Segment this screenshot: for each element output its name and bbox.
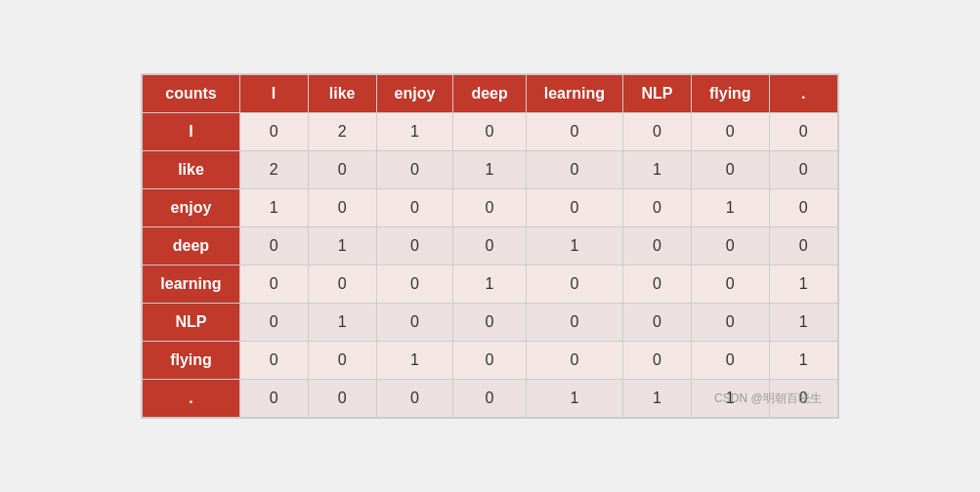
- col-header-enjoy: enjoy: [376, 75, 453, 113]
- cell-deep-I: 0: [239, 227, 308, 266]
- cell-enjoy-NLP: 0: [622, 189, 691, 227]
- cell-NLP-flying: 0: [691, 304, 769, 342]
- row-header-I: I: [143, 113, 239, 151]
- col-header-flying: flying: [691, 75, 769, 113]
- cell-like-I: 2: [239, 151, 308, 189]
- cell-I-.: 0: [769, 113, 837, 151]
- col-header-NLP: NLP: [622, 75, 691, 113]
- cell-.-I: 0: [239, 380, 308, 418]
- cell-learning-I: 0: [239, 266, 308, 304]
- cell-NLP-enjoy: 0: [376, 304, 453, 342]
- cell-I-NLP: 0: [622, 113, 691, 151]
- table-row: I02100000: [143, 113, 837, 151]
- cell-deep-enjoy: 0: [376, 227, 453, 266]
- cell-I-enjoy: 1: [376, 113, 453, 151]
- cell-flying-NLP: 0: [622, 342, 691, 380]
- cell-like-.: 0: [769, 151, 837, 189]
- cell-NLP-I: 0: [239, 304, 308, 342]
- table-row: enjoy10000010: [143, 189, 837, 227]
- cell-like-learning: 0: [526, 151, 622, 189]
- cell-flying-learning: 0: [526, 342, 622, 380]
- table-row: like20010100: [143, 151, 837, 189]
- cell-enjoy-like: 0: [308, 189, 376, 227]
- cell-NLP-NLP: 0: [622, 304, 691, 342]
- cell-like-flying: 0: [691, 151, 769, 189]
- row-header-flying: flying: [143, 342, 239, 380]
- row-header-deep: deep: [143, 227, 239, 266]
- col-header-like: like: [308, 75, 376, 113]
- cell-enjoy-deep: 0: [453, 189, 526, 227]
- row-header-like: like: [143, 151, 239, 189]
- cell-enjoy-enjoy: 0: [376, 189, 453, 227]
- cell-I-I: 0: [239, 113, 308, 151]
- cell-like-NLP: 1: [622, 151, 691, 189]
- cell-learning-enjoy: 0: [376, 266, 453, 304]
- table-row: NLP01000001: [143, 304, 837, 342]
- cell-I-learning: 0: [526, 113, 622, 151]
- cell-NLP-learning: 0: [526, 304, 622, 342]
- col-header-deep: deep: [453, 75, 526, 113]
- cell-enjoy-learning: 0: [526, 189, 622, 227]
- cell-enjoy-I: 1: [239, 189, 308, 227]
- cell-enjoy-.: 0: [769, 189, 837, 227]
- cell-deep-.: 0: [769, 227, 837, 266]
- cell-like-deep: 1: [453, 151, 526, 189]
- table-row: deep01001000: [143, 227, 837, 266]
- cell-.-like: 0: [308, 380, 376, 418]
- cell-flying-like: 0: [308, 342, 376, 380]
- cell-like-like: 0: [308, 151, 376, 189]
- cell-deep-deep: 0: [453, 227, 526, 266]
- col-header-learning: learning: [526, 75, 622, 113]
- cell-like-enjoy: 0: [376, 151, 453, 189]
- cell-flying-flying: 0: [691, 342, 769, 380]
- cell-flying-enjoy: 1: [376, 342, 453, 380]
- cell-enjoy-flying: 1: [691, 189, 769, 227]
- row-header-enjoy: enjoy: [143, 189, 239, 227]
- cell-.-NLP: 1: [622, 380, 691, 418]
- row-header-NLP: NLP: [143, 304, 239, 342]
- watermark: CSDN @明朝百晓生: [714, 390, 822, 407]
- col-header-.: .: [769, 75, 837, 113]
- cell-deep-NLP: 0: [622, 227, 691, 266]
- cell-learning-like: 0: [308, 266, 376, 304]
- cell-deep-flying: 0: [691, 227, 769, 266]
- co-occurrence-table: countsIlikeenjoydeeplearningNLPflying. I…: [141, 73, 838, 419]
- cell-deep-like: 1: [308, 227, 376, 266]
- cell-NLP-deep: 0: [453, 304, 526, 342]
- row-header-.: .: [143, 380, 239, 418]
- cell-learning-deep: 1: [453, 266, 526, 304]
- cell-learning-flying: 0: [691, 266, 769, 304]
- row-header-learning: learning: [143, 266, 239, 304]
- col-header-I: I: [239, 75, 308, 113]
- cell-.-deep: 0: [453, 380, 526, 418]
- table-row: flying00100001: [143, 342, 837, 380]
- cell-NLP-.: 1: [769, 304, 837, 342]
- cell-I-deep: 0: [453, 113, 526, 151]
- cell-I-like: 2: [308, 113, 376, 151]
- cell-.-enjoy: 0: [376, 380, 453, 418]
- cell-learning-NLP: 0: [622, 266, 691, 304]
- cell-.-learning: 1: [526, 380, 622, 418]
- cell-learning-.: 1: [769, 266, 837, 304]
- cell-NLP-like: 1: [308, 304, 376, 342]
- cell-learning-learning: 0: [526, 266, 622, 304]
- cell-flying-deep: 0: [453, 342, 526, 380]
- cell-flying-.: 1: [769, 342, 837, 380]
- cell-flying-I: 0: [239, 342, 308, 380]
- corner-header: counts: [143, 75, 239, 113]
- cell-deep-learning: 1: [526, 227, 622, 266]
- table-row: learning00010001: [143, 266, 837, 304]
- cell-I-flying: 0: [691, 113, 769, 151]
